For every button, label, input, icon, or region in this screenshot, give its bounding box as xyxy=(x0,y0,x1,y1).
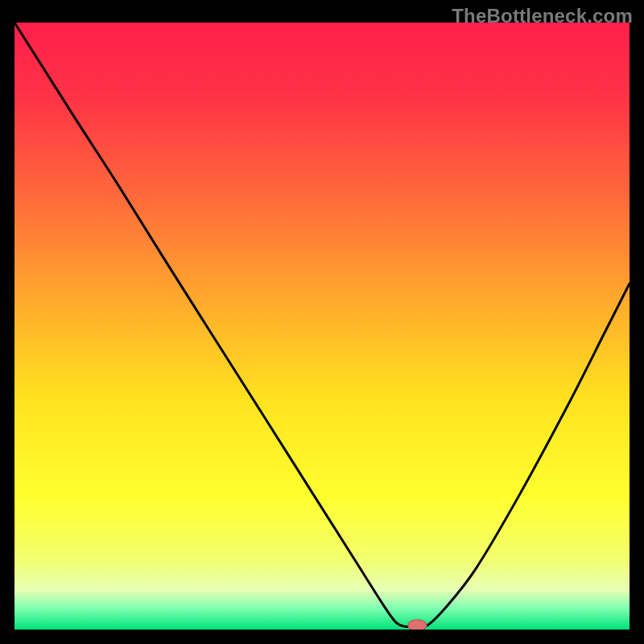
chart-container: TheBottleneck.com xyxy=(0,0,644,644)
highlight-marker xyxy=(408,620,427,630)
gradient-background xyxy=(14,23,630,630)
chart-svg xyxy=(14,23,630,630)
plot-area xyxy=(14,23,630,630)
